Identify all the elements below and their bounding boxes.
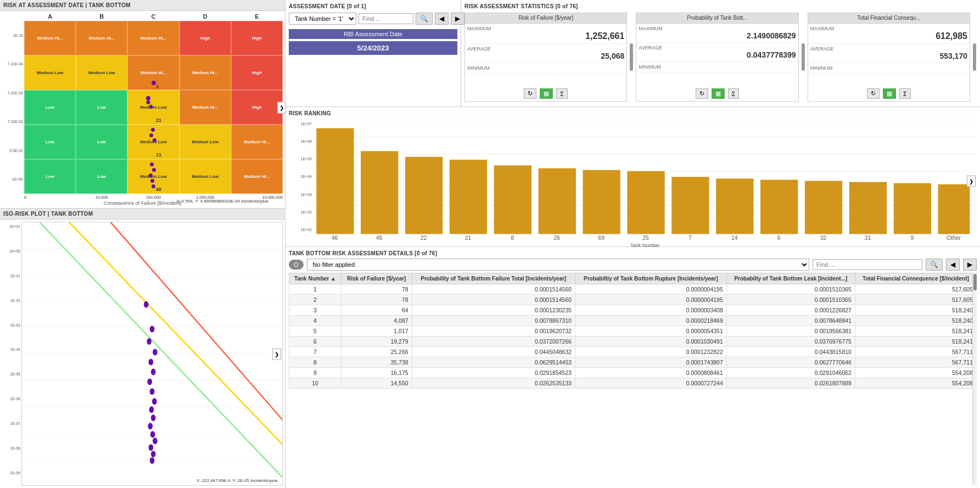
y-label-0: 1E+00 [2, 177, 23, 181]
stat-1-sigma-btn[interactable]: Σ [556, 88, 568, 99]
svg-line-11 [111, 222, 282, 419]
cell-2-3: Medium Hi... 3 [127, 55, 179, 90]
cell-rof: 25,266 [341, 347, 412, 357]
svg-text:45: 45 [376, 235, 383, 241]
risk-details-table: Tank Number ▲ Risk of Failure [$​/year] … [289, 273, 977, 389]
cell-2-1: Medium Low [24, 55, 76, 90]
svg-rect-49 [894, 183, 931, 234]
col-e-label: E [231, 13, 283, 20]
table-scrollbar-track[interactable] [972, 273, 977, 485]
table-search-input[interactable] [813, 259, 922, 270]
prev-assessment-btn[interactable]: ◀ [435, 13, 449, 25]
svg-point-18 [150, 388, 155, 395]
matrix-collapse-btn[interactable]: ❯ [277, 102, 286, 113]
cell-4-4: Medium Low [180, 125, 231, 159]
stat-2-sigma-btn[interactable]: Σ [728, 88, 740, 99]
col-tfc[interactable]: Total Financial Consequence [$/incident] [855, 273, 976, 284]
cell-pof-leak: 0.0627770646 [726, 357, 855, 368]
svg-rect-45 [716, 178, 753, 234]
stat-2-refresh-btn[interactable]: ↻ [696, 88, 708, 99]
stat-3-refresh-btn[interactable]: ↻ [867, 88, 880, 99]
col-pof-total[interactable]: Probability of Tank Bottom Failure Total… [412, 273, 575, 284]
cell-1-3: Medium Hi... [127, 21, 179, 55]
table-toggle-btn[interactable]: O [289, 260, 304, 270]
cell-1-5: High [231, 21, 283, 55]
risk-matrix-title: RISK AT ASSESSMENT DATE | TANK BOTTOM [0, 0, 285, 11]
svg-point-16 [151, 368, 156, 375]
table-prev-btn[interactable]: ◀ [946, 259, 960, 271]
x-label-1: 10,000 [76, 195, 127, 200]
risk-ranking-title: RISK RANKING [289, 110, 977, 116]
col-rof[interactable]: Risk of Failure [$​/year] [341, 273, 412, 284]
table-next-btn[interactable]: ▶ [963, 259, 977, 271]
table-search-btn[interactable]: 🔍 [926, 259, 943, 271]
cell-3-4: Medium Hi... [180, 90, 231, 125]
stat-3-max-value: 612,985 [810, 31, 967, 41]
table-scrollbar-thumb[interactable] [973, 274, 977, 290]
tank-number-dropdown[interactable]: Tank Number = '1' [289, 13, 356, 25]
stat-2-scrollbar[interactable] [802, 43, 805, 71]
cell-pof-leak: 0.0370976775 [726, 336, 855, 347]
svg-rect-43 [627, 171, 664, 234]
table-filter-dropdown[interactable]: No filter applied [307, 259, 809, 271]
cell-pof-leak: 0.0443815810 [726, 347, 855, 357]
cell-pof-rupture: 0.0000004195 [575, 295, 727, 305]
svg-text:46: 46 [332, 235, 338, 241]
cell-tfc: 517,605 [855, 284, 976, 295]
cell-4-2: Low [76, 125, 127, 159]
cell-5-1: Low [24, 159, 76, 194]
y-label-5: 1E-10 [2, 33, 23, 37]
cell-pof-rupture: 0.0000727244 [575, 378, 727, 389]
stat-2-bars-btn[interactable]: ▦ [712, 88, 725, 99]
cell-tank: 10 [289, 378, 341, 389]
iso-collapse-btn[interactable]: ❯ [272, 348, 281, 360]
stat-col-2-header: Probability of Tank Bott... [636, 13, 798, 24]
stat-1-refresh-btn[interactable]: ↻ [524, 88, 536, 99]
svg-point-22 [148, 423, 153, 429]
cell-tfc: 554,208 [855, 378, 976, 389]
stat-col-1-header: Risk of Failure [$/year] [465, 13, 626, 24]
svg-rect-36 [316, 128, 354, 234]
iso-y-label-7: 1E-06 [2, 397, 20, 401]
rr-y-label-2: 1E+05 [289, 157, 312, 161]
svg-text:31: 31 [865, 235, 871, 241]
col-tank-number[interactable]: Tank Number ▲ [289, 273, 341, 284]
stat-3-sigma-btn[interactable]: Σ [899, 88, 911, 99]
assessment-search-input[interactable] [359, 13, 413, 24]
cell-3-1: Low [24, 90, 76, 125]
cell-pof-rupture: 0.0000003408 [575, 305, 727, 316]
rr-y-label-6: 1E+01 [289, 228, 312, 232]
svg-text:6: 6 [777, 235, 781, 241]
stat-3-scrollbar[interactable] [973, 43, 976, 71]
x-label-2: 100,000 [127, 195, 179, 200]
rr-y-label-5: 1E+02 [289, 210, 312, 214]
cell-pof-leak: 0.0261807889 [726, 378, 855, 389]
cell-pof-leak: 0.0291046062 [726, 368, 855, 378]
statistics-title: RISK ASSESSMENT STATISTICS [0 of 76] [464, 3, 977, 9]
stat-1-min-label: MINIMUM [467, 65, 624, 71]
svg-rect-37 [361, 151, 398, 234]
cell-pof-total: 0.0372007266 [412, 336, 575, 347]
iso-y-label-1: 1E+00 [2, 249, 20, 253]
stat-2-max-label: MAXIMUM [639, 26, 796, 31]
stat-3-bars-btn[interactable]: ▦ [883, 88, 896, 99]
cell-3-3: Medium Low 21 [127, 90, 179, 125]
cell-1-4: High [180, 21, 231, 55]
cell-tank: 9 [289, 368, 341, 378]
cell-4-1: Low [24, 125, 76, 159]
svg-line-10 [69, 222, 282, 444]
iso-crosshair: X: 222,447,698.4, Y: 2E-05 Incidents/yea… [197, 478, 278, 483]
cell-pof-total: 0.0001514560 [412, 284, 575, 295]
cell-1-1: Medium Hi... [24, 21, 76, 55]
col-pof-leak[interactable]: Probabilty of Tank Bottom Leak [Incident… [726, 273, 855, 284]
cell-pof-rupture: 0.0000218469 [575, 316, 727, 326]
ranking-collapse-btn[interactable]: ❯ [967, 176, 976, 187]
search-button[interactable]: 🔍 [416, 13, 433, 25]
stat-1-bars-btn[interactable]: ▦ [540, 88, 553, 99]
iso-plot-title: ISO-RISK PLOT | TANK BOTTOM [0, 209, 285, 220]
cell-pof-total: 0.0001230235 [412, 305, 575, 316]
stat-1-scrollbar[interactable] [630, 43, 633, 71]
col-d-label: D [180, 13, 231, 20]
cell-tfc: 518,240 [855, 305, 976, 316]
col-pof-rupture[interactable]: Probabiltiy of Tank Bottom Rupture [Inci… [575, 273, 727, 284]
